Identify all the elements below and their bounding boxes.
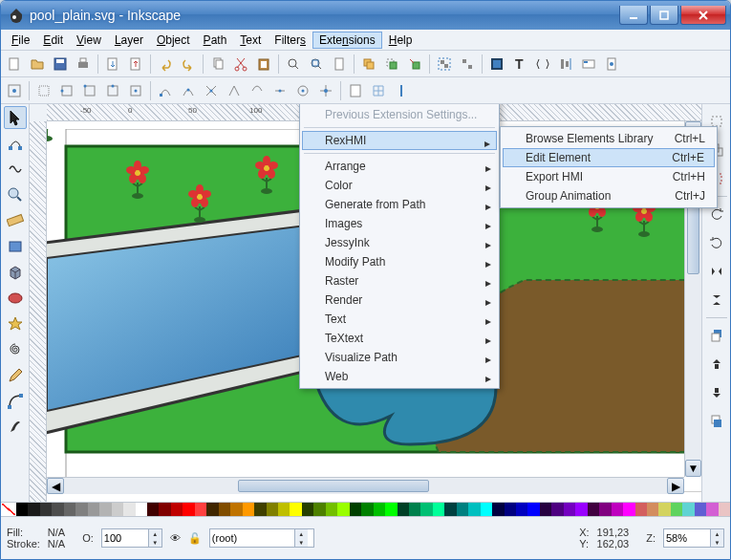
swatch[interactable]	[136, 503, 147, 516]
tb-group[interactable]	[434, 54, 455, 75]
rexhmi-group[interactable]: Group AnimationCtrl+J	[503, 186, 715, 205]
ext-raster[interactable]: Raster▸	[302, 271, 497, 291]
snap-node[interactable]	[155, 80, 176, 101]
swatch[interactable]	[623, 503, 634, 516]
snap-pageborder[interactable]	[345, 80, 366, 101]
swatch[interactable]	[575, 503, 587, 516]
window-close-button[interactable]	[680, 6, 726, 25]
ext-jessyink[interactable]: JessyInk▸	[302, 233, 497, 252]
ext-web[interactable]: Web▸	[302, 367, 497, 386]
ext-rexhmi[interactable]: RexHMI▸	[302, 131, 497, 150]
tb-duplicate[interactable]	[358, 54, 379, 75]
palette[interactable]	[1, 502, 730, 517]
layer-lock-icon[interactable]: 🔓	[188, 532, 202, 545]
swatch[interactable]	[278, 503, 290, 516]
tool-tweak[interactable]	[4, 158, 27, 181]
opacity-field[interactable]: ▲▼	[101, 528, 162, 548]
swatch[interactable]	[695, 503, 706, 516]
ext-visualize[interactable]: Visualize Path▸	[302, 348, 497, 367]
tool-node[interactable]	[4, 132, 27, 155]
tb-import[interactable]	[102, 54, 123, 75]
swatch[interactable]	[671, 503, 682, 516]
cmd-lower[interactable]	[705, 381, 728, 404]
swatch[interactable]	[254, 503, 266, 516]
snap-smooth[interactable]	[247, 80, 268, 101]
tb-paste[interactable]	[253, 54, 274, 75]
swatch[interactable]	[481, 503, 492, 516]
tb-zoom-page[interactable]	[329, 54, 350, 75]
menu-help[interactable]: Help	[382, 32, 419, 49]
swatch[interactable]	[123, 503, 135, 516]
snap-cusp[interactable]	[224, 80, 245, 101]
tb-zoom-draw[interactable]	[306, 54, 327, 75]
tool-pencil[interactable]	[4, 364, 27, 387]
swatch[interactable]	[457, 503, 468, 516]
swatch[interactable]	[527, 503, 539, 516]
swatch[interactable]	[398, 503, 409, 516]
cmd-flip-h[interactable]	[705, 260, 728, 283]
swatch[interactable]	[444, 503, 456, 516]
tb-ungroup[interactable]	[457, 54, 478, 75]
cmd-lower-bottom[interactable]	[705, 410, 728, 433]
tb-prefs[interactable]	[578, 54, 599, 75]
rexhmi-export[interactable]: Export HMICtrl+H	[503, 167, 715, 186]
swatch[interactable]	[52, 503, 63, 516]
swatch[interactable]	[409, 503, 420, 516]
snap-rotcenter[interactable]	[315, 80, 336, 101]
menu-text[interactable]: Text	[233, 32, 268, 49]
snap-grid[interactable]	[368, 80, 389, 101]
swatch[interactable]	[540, 503, 551, 516]
tb-save[interactable]	[50, 54, 71, 75]
swatch[interactable]	[99, 503, 111, 516]
layer-visibility-icon[interactable]: 👁	[170, 532, 181, 544]
swatch[interactable]	[350, 503, 361, 516]
tb-xml[interactable]	[532, 54, 553, 75]
ext-arrange[interactable]: Arrange▸	[302, 157, 497, 176]
swatch[interactable]	[551, 503, 563, 516]
dropdown-rexhmi[interactable]: Browse Elements LibraryCtrl+L Edit Eleme…	[500, 126, 718, 208]
swatch[interactable]	[230, 503, 242, 516]
snap-objcenter[interactable]	[292, 80, 313, 101]
menu-object[interactable]: Object	[150, 32, 197, 49]
swatch[interactable]	[516, 503, 527, 516]
dropdown-extensions[interactable]: Previous Extension Previous Extension Se…	[299, 104, 500, 389]
swatch[interactable]	[588, 503, 599, 516]
tb-open[interactable]	[27, 54, 48, 75]
swatch[interactable]	[219, 503, 230, 516]
swatch[interactable]	[385, 503, 397, 516]
scrollbar-horizontal[interactable]: ◀ ▶	[47, 477, 684, 494]
swatch[interactable]	[492, 503, 504, 516]
swatch[interactable]	[337, 503, 349, 516]
swatch[interactable]	[16, 503, 28, 516]
tool-ellipse[interactable]	[4, 287, 27, 310]
tb-export[interactable]	[125, 54, 146, 75]
tool-spiral[interactable]	[4, 338, 27, 361]
snap-bbox-edge[interactable]	[56, 80, 77, 101]
menu-extensions[interactable]: Extensions	[312, 32, 382, 49]
tool-calligraphy[interactable]	[4, 416, 27, 439]
snap-linemid[interactable]	[269, 80, 290, 101]
snap-guide[interactable]	[391, 80, 412, 101]
cmd-raise[interactable]	[705, 353, 728, 376]
scroll-right-button[interactable]: ▶	[667, 478, 684, 494]
swatch[interactable]	[313, 503, 325, 516]
swatch[interactable]	[28, 503, 39, 516]
tb-clone[interactable]	[381, 54, 402, 75]
swatch[interactable]	[75, 503, 87, 516]
tb-cut[interactable]	[230, 54, 251, 75]
swatch[interactable]	[505, 503, 516, 516]
swatch[interactable]	[171, 503, 183, 516]
menu-path[interactable]: Path	[197, 32, 234, 49]
rexhmi-edit[interactable]: Edit ElementCtrl+E	[503, 148, 715, 167]
ruler-vertical[interactable]	[30, 121, 47, 502]
ext-textext[interactable]: TeXtext▸	[302, 329, 497, 348]
menu-layer[interactable]: Layer	[108, 32, 150, 49]
scroll-down-button[interactable]: ▼	[685, 460, 701, 477]
swatch[interactable]	[706, 503, 718, 516]
swatch[interactable]	[635, 503, 647, 516]
swatch-none[interactable]	[1, 503, 16, 516]
swatch[interactable]	[195, 503, 206, 516]
swatch[interactable]	[326, 503, 337, 516]
swatch[interactable]	[719, 503, 730, 516]
tb-redo[interactable]	[178, 54, 199, 75]
